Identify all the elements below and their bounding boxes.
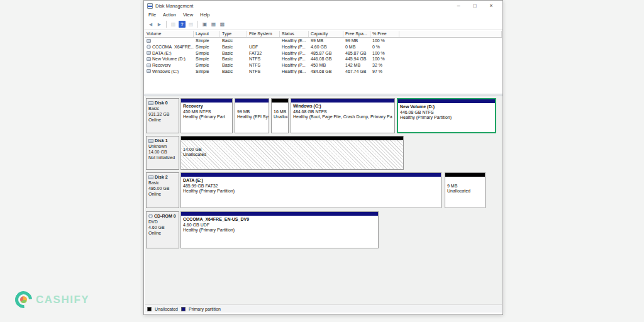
properties-icon[interactable]: ▣ <box>201 21 208 28</box>
menu-file[interactable]: File <box>148 12 156 18</box>
partition-cccoma-dvd[interactable]: CCCOMA_X64FRE_EN-US_DV9 4.60 GB UDF Heal… <box>180 211 379 248</box>
column-volume[interactable]: Volume <box>145 31 194 37</box>
disk2-label[interactable]: Disk 2 Basic 486.00 GB Online <box>146 172 179 208</box>
disk-size: 486.00 GB <box>148 186 177 191</box>
partition-windows-c[interactable]: Windows (C:) 484.68 GB NTFS Healthy (Boo… <box>291 98 395 133</box>
column-filler <box>399 31 502 37</box>
volume-layout: Simple <box>194 45 220 49</box>
cdrom0-label[interactable]: CD-ROM 0 DVD 4.60 GB Online <box>146 211 179 248</box>
disk-actions-icon[interactable]: ▩ <box>219 21 226 28</box>
volume-name: CCCOMA_X64FRE... <box>152 45 194 49</box>
cashify-logo-dot <box>20 296 27 303</box>
manage-computer-icon[interactable]: ▦ <box>210 21 217 28</box>
disk0-label[interactable]: Disk 0 Basic 931.32 GB Online <box>146 98 179 133</box>
menu-view[interactable]: View <box>183 12 193 18</box>
volume-name: Recovery <box>152 63 171 67</box>
partition-status: Healthy (Primary Partition) <box>400 115 493 121</box>
partition-efi-system[interactable]: 99 MB Healthy (EFI Sys <box>235 98 269 133</box>
disk-management-app-icon <box>147 3 153 9</box>
table-row[interactable]: New Volume (D:) Simple Basic NTFS Health… <box>145 56 502 62</box>
volume-capacity: 450 MB <box>309 63 343 67</box>
help-icon[interactable]: ? <box>179 21 186 28</box>
disk-icon <box>148 175 153 179</box>
console-tree-icon[interactable]: ▥ <box>170 21 177 28</box>
column-layout[interactable]: Layout <box>194 31 220 37</box>
volume-free: 99 MB <box>343 38 370 43</box>
volume-name: DATA (E:) <box>152 51 171 55</box>
cashify-brand-text: CASHIFY <box>36 294 89 306</box>
volume-fs: NTFS <box>247 69 280 74</box>
column-pct-free[interactable]: % Free <box>370 31 399 37</box>
volume-free: 485.87 GB <box>343 51 370 55</box>
legend-primary-label: Primary partition <box>189 307 221 311</box>
partition-size: 14.00 GB <box>183 147 401 153</box>
partition-name: DATA (E:) <box>183 178 439 184</box>
toolbar-separator <box>197 21 198 28</box>
column-type[interactable]: Type <box>220 31 247 37</box>
minimize-button[interactable]: – <box>450 1 467 11</box>
close-button[interactable]: × <box>483 1 499 11</box>
volume-status: Healthy (P... <box>280 45 309 49</box>
partition-status: Unalloca <box>274 114 286 120</box>
partition-name <box>237 104 267 109</box>
disk-size: 4.60 GB <box>148 225 177 230</box>
partition-status: Healthy (Primary Partition) <box>183 189 439 194</box>
volume-type: Basic <box>220 69 247 74</box>
partition-data-e[interactable]: DATA (E:) 485.99 GB FAT32 Healthy (Prima… <box>180 172 441 208</box>
volume-icon <box>147 57 151 61</box>
menu-action[interactable]: Action <box>163 12 176 18</box>
volume-capacity: 99 MB <box>309 38 343 43</box>
disk-status: Online <box>148 191 177 197</box>
volume-name: New Volume (D:) <box>152 57 186 61</box>
window-title: Disk Management <box>155 3 450 9</box>
disk1-label[interactable]: Disk 1 Unknown 14.00 GB Not Initialized <box>146 136 179 170</box>
disk-name: Disk 1 <box>155 138 168 143</box>
column-capacity[interactable]: Capacity <box>309 31 343 37</box>
column-status[interactable]: Status <box>280 31 309 37</box>
table-row[interactable]: Simple Basic Healthy (E... 99 MB 99 MB 1… <box>145 38 502 44</box>
back-icon[interactable]: ◀ <box>147 21 154 28</box>
maximize-button[interactable]: □ <box>467 1 483 11</box>
title-bar: Disk Management – □ × <box>144 1 502 11</box>
volume-status: Healthy (P... <box>280 57 309 61</box>
partition-size: 99 MB <box>237 109 267 115</box>
disk-icon <box>148 101 153 105</box>
volume-status: Healthy (P... <box>280 51 309 55</box>
partition-new-volume-d-selected[interactable]: New Volume (D:) 446.08 GB NTFS Healthy (… <box>397 98 496 133</box>
table-row[interactable]: DATA (E:) Simple Basic FAT32 Healthy (P.… <box>145 50 502 56</box>
legend-primary-swatch <box>181 307 186 311</box>
column-free-space[interactable]: Free Spa... <box>343 31 370 37</box>
disk-row-2: Disk 2 Basic 486.00 GB Online DATA (E:) … <box>146 172 498 208</box>
disk-management-window: Disk Management – □ × File Action View H… <box>143 0 503 315</box>
partition-size: 16 MB <box>274 109 286 115</box>
disk-type: DVD <box>148 219 177 225</box>
volume-type: Basic <box>220 51 247 55</box>
table-row[interactable]: Recovery Simple Basic NTFS Healthy (P...… <box>145 62 502 69</box>
volume-name: Windows (C:) <box>152 69 179 74</box>
volume-table-header: Volume Layout Type File System Status Ca… <box>145 31 502 38</box>
volume-fs: NTFS <box>247 63 280 67</box>
partition-name <box>274 104 286 109</box>
disk-name: Disk 0 <box>155 100 168 106</box>
volume-layout: Simple <box>194 57 220 61</box>
volume-icon <box>147 69 151 73</box>
disk-name: Disk 2 <box>155 174 168 180</box>
cashify-watermark: CASHIFY <box>15 291 89 308</box>
partition-unallocated-9mb[interactable]: 9 MB Unallocated <box>445 172 486 208</box>
toolbar-separator <box>166 21 167 28</box>
export-list-icon[interactable]: ▤ <box>187 21 194 28</box>
partition-status: Unallocated <box>447 189 483 194</box>
partition-unallocated-14gb[interactable]: 14.00 GB Unallocated <box>180 136 404 170</box>
disk-row-0: Disk 0 Basic 931.32 GB Online Recovery 4… <box>146 98 498 133</box>
partition-name <box>447 178 483 184</box>
forward-icon[interactable]: ▶ <box>156 21 163 28</box>
table-row[interactable]: Windows (C:) Simple Basic NTFS Healthy (… <box>145 68 502 74</box>
menu-help[interactable]: Help <box>200 12 209 18</box>
table-row[interactable]: CCCOMA_X64FRE... Simple Basic UDF Health… <box>145 44 502 50</box>
disk-type: Unknown <box>148 143 177 149</box>
partition-size: 484.68 GB NTFS <box>293 109 392 115</box>
partition-size: 446.08 GB NTFS <box>400 110 493 116</box>
column-file-system[interactable]: File System <box>247 31 280 37</box>
partition-unallocated-16mb[interactable]: 16 MB Unalloca <box>271 98 289 133</box>
partition-recovery[interactable]: Recovery 450 MB NTFS Healthy (Primary Pa… <box>180 98 233 133</box>
